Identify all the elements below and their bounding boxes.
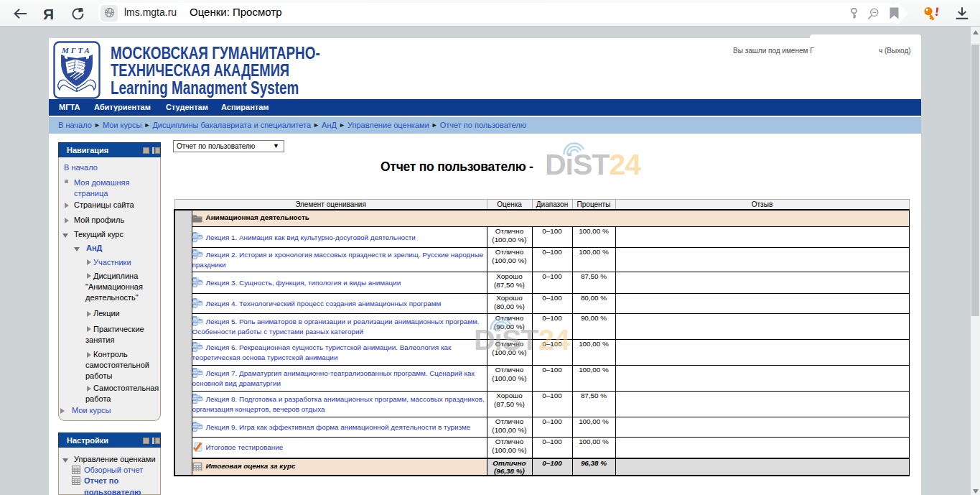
svg-text:МГТА: МГТА	[61, 46, 92, 55]
